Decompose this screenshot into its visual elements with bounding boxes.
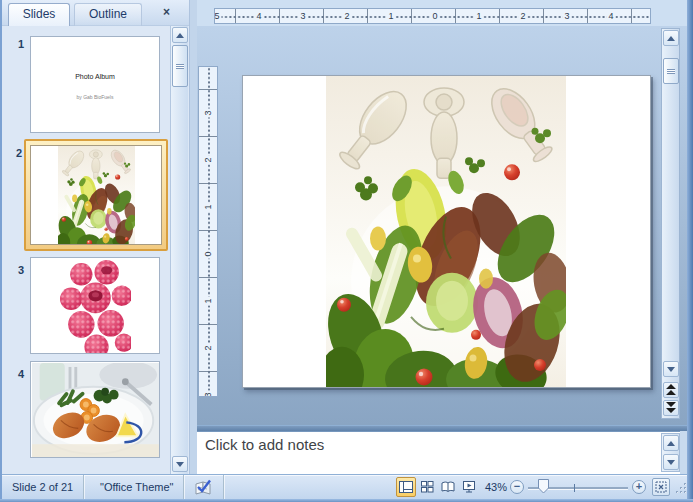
- plus-icon: +: [636, 480, 642, 492]
- vruler-num: 3: [203, 390, 214, 397]
- status-bar: Slide 2 of 21 "Office Theme": [2, 474, 691, 499]
- window-border-left: [0, 0, 2, 502]
- slide-1-title: Photo Album: [31, 73, 159, 80]
- spellcheck-icon: [194, 479, 212, 495]
- zoom-out-button[interactable]: −: [510, 480, 524, 494]
- tab-outline-label: Outline: [89, 7, 127, 21]
- vruler-num: 2: [203, 343, 214, 352]
- notes-placeholder: Click to add notes: [205, 436, 324, 453]
- arrow-up-icon: [667, 36, 675, 41]
- fit-slide-icon: [655, 481, 667, 493]
- window-border-right: [687, 0, 693, 502]
- vertical-ruler: 3 2 1 0 1 2 3: [198, 66, 218, 397]
- powerpoint-window: Slides Outline × 1 Photo Album by Gab Bi…: [0, 0, 693, 502]
- notes-scrollbar[interactable]: [661, 433, 680, 472]
- arrow-down-icon: [176, 462, 184, 467]
- hruler-num: 1: [386, 10, 395, 22]
- vruler-num: 2: [203, 155, 214, 164]
- slide-indicator: Slide 2 of 21: [2, 475, 84, 499]
- double-arrow-up-icon: [666, 384, 676, 396]
- arrow-up-icon: [667, 441, 675, 446]
- slides-pane: Slides Outline × 1 Photo Album by Gab Bi…: [2, 0, 190, 474]
- raspberries-photo-thumb: [60, 258, 131, 354]
- reading-view-button[interactable]: [438, 477, 458, 497]
- reading-view-icon: [441, 481, 455, 493]
- slide-sorter-view-button[interactable]: [417, 477, 437, 497]
- double-arrow-down-icon: [666, 402, 676, 414]
- slide-photo[interactable]: [326, 76, 566, 387]
- vruler-num: 1: [203, 296, 214, 305]
- salmon-photo-thumb: [32, 363, 159, 457]
- hruler-num: 0: [430, 10, 439, 22]
- pane-scrollbar[interactable]: [170, 26, 188, 474]
- hruler-num: 1: [474, 10, 483, 22]
- vruler-num: 3: [203, 108, 214, 117]
- tab-outline[interactable]: Outline: [74, 3, 142, 26]
- arrow-up-icon: [176, 33, 184, 38]
- pane-tab-bar: Slides Outline ×: [2, 0, 189, 26]
- slide-canvas[interactable]: [242, 75, 651, 388]
- hruler-num: 5: [214, 10, 222, 22]
- arrow-down-icon: [667, 367, 675, 372]
- close-icon: ×: [163, 5, 170, 19]
- slide-1-subtitle: by Gab BioFuels: [31, 94, 159, 100]
- arrow-down-icon: [667, 460, 675, 465]
- grip-icon: [667, 69, 675, 74]
- slide-show-button[interactable]: [459, 477, 479, 497]
- theme-name: "Office Theme": [90, 475, 184, 499]
- minus-icon: −: [514, 480, 520, 492]
- hruler-num: 2: [342, 10, 351, 22]
- hruler-num: 3: [562, 10, 571, 22]
- pane-splitter[interactable]: [190, 0, 197, 474]
- slide-4-number: 4: [8, 368, 24, 380]
- pane-scroll-down-button[interactable]: [172, 456, 188, 472]
- normal-view-button[interactable]: [396, 477, 416, 497]
- hruler-num: 4: [254, 10, 263, 22]
- spellcheck-status-button[interactable]: [184, 475, 224, 499]
- zoom-in-button[interactable]: +: [632, 480, 646, 494]
- pane-scrollbar-thumb[interactable]: [172, 45, 188, 87]
- slide-show-icon: [462, 481, 476, 493]
- hruler-num: 4: [606, 10, 615, 22]
- slider-thumb-icon: [538, 479, 549, 494]
- tab-slides[interactable]: Slides: [8, 3, 70, 26]
- vruler-num: 0: [203, 249, 214, 258]
- main-scrollbar[interactable]: [661, 28, 680, 419]
- zoom-slider-thumb[interactable]: [538, 479, 549, 496]
- slide-2-thumbnail: [30, 145, 162, 245]
- notes-scroll-down-button[interactable]: [663, 454, 679, 470]
- slide-2-thumbnail-selected[interactable]: [24, 139, 168, 251]
- editing-area: 5 4 3 2 1 0 1 2 3 4 3 2 1 0 1 2 3: [197, 0, 687, 474]
- notes-scroll-up-button[interactable]: [663, 435, 679, 451]
- salad-photo-thumb: [58, 146, 135, 245]
- fit-to-window-button[interactable]: [652, 478, 670, 496]
- slide-3-number: 3: [8, 264, 24, 276]
- slide-3-thumbnail[interactable]: [30, 257, 160, 354]
- slide-1-number: 1: [8, 38, 24, 50]
- main-scrollbar-thumb[interactable]: [663, 58, 679, 84]
- slide-1-thumbnail[interactable]: Photo Album by Gab BioFuels: [30, 36, 160, 133]
- zoom-slider-center-tick: [574, 484, 575, 492]
- zoom-level-label: 43%: [481, 481, 507, 493]
- pane-scroll-up-button[interactable]: [172, 27, 188, 43]
- close-pane-button[interactable]: ×: [157, 5, 176, 21]
- scroll-up-button[interactable]: [663, 30, 679, 46]
- grip-icon: [176, 64, 184, 69]
- hruler-num: 3: [298, 10, 307, 22]
- hruler-num: 2: [518, 10, 527, 22]
- slide-2-number: 2: [6, 147, 22, 159]
- horizontal-ruler: 5 4 3 2 1 0 1 2 3 4: [214, 8, 651, 24]
- next-slide-button[interactable]: [663, 400, 679, 416]
- scroll-down-button[interactable]: [663, 361, 679, 377]
- zoom-level[interactable]: 43%: [481, 475, 507, 499]
- slide-4-thumbnail[interactable]: [30, 361, 160, 458]
- normal-view-icon: [399, 481, 413, 493]
- vruler-num: 1: [203, 202, 214, 211]
- slide-sorter-icon: [421, 481, 434, 493]
- tab-slides-label: Slides: [23, 7, 56, 21]
- notes-pane[interactable]: Click to add notes: [197, 431, 680, 474]
- previous-slide-button[interactable]: [663, 382, 679, 398]
